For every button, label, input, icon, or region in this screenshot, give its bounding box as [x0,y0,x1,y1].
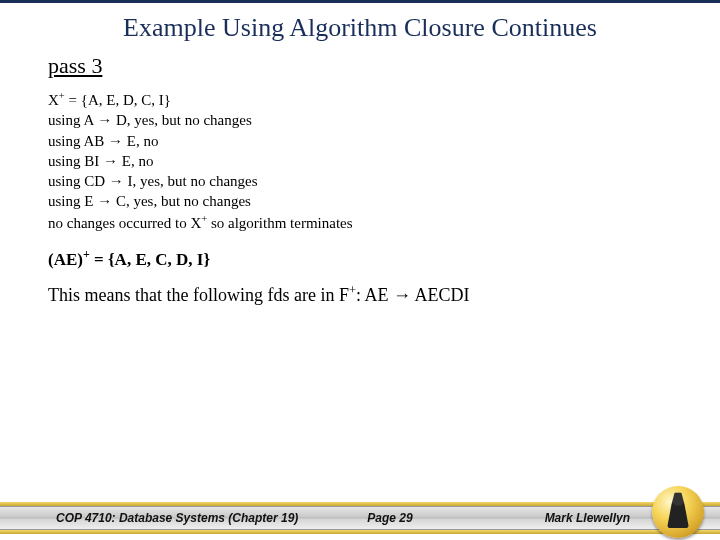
step-line-1: X+ = {A, E, D, C, I} [48,89,672,110]
step-line-4: using BI → E, no [48,151,672,171]
step-line-6: using E → C, yes, but no changes [48,191,672,211]
logo-circle [652,486,704,538]
slide-title: Example Using Algorithm Closure Continue… [0,3,720,49]
meaning-post: : AE → AECDI [356,285,470,305]
closure-result: (AE)+ = {A, E, C, D, I} [48,247,672,270]
footer: COP 4710: Database Systems (Chapter 19) … [0,494,720,540]
superscript-plus: + [349,283,356,297]
pegasus-icon [667,492,689,528]
algorithm-steps: X+ = {A, E, D, C, I} using A → D, yes, b… [48,89,672,233]
footer-accent-bottom [0,530,720,534]
step-line-1-pre: X [48,92,59,108]
step-line-7-pre: no changes occurred to X [48,215,201,231]
footer-author: Mark Llewellyn [545,511,630,525]
meaning-line: This means that the following fds are in… [48,283,672,306]
step-line-3: using AB → E, no [48,131,672,151]
result-post: = {A, E, C, D, I} [90,249,210,268]
meaning-pre: This means that the following fds are in… [48,285,349,305]
step-line-7: no changes occurred to X+ so algorithm t… [48,212,672,233]
slide: Example Using Algorithm Closure Continue… [0,0,720,540]
pass-label: pass 3 [48,53,672,79]
result-pre: (AE) [48,249,83,268]
step-line-2: using A → D, yes, but no changes [48,110,672,130]
step-line-1-post: = {A, E, D, C, I} [65,92,171,108]
superscript-plus: + [83,247,90,261]
footer-page: Page 29 [367,511,412,525]
ucf-pegasus-logo-icon [652,486,704,538]
step-line-5: using CD → I, yes, but no changes [48,171,672,191]
footer-text: COP 4710: Database Systems (Chapter 19) … [0,508,720,528]
step-line-7-post: so algorithm terminates [207,215,352,231]
slide-content: pass 3 X+ = {A, E, D, C, I} using A → D,… [0,49,720,540]
